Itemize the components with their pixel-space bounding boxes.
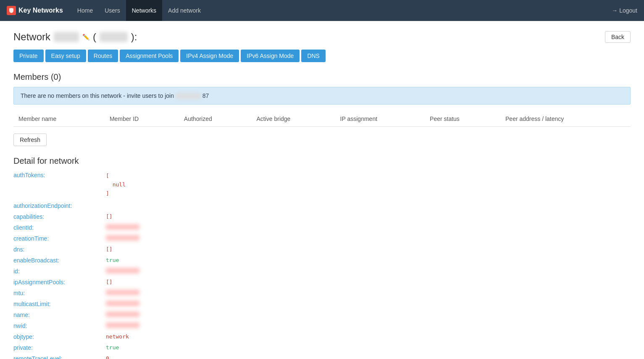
edit-icon[interactable]: ✏️ [82,34,89,40]
nav-links: Home Users Networks Add network [71,0,612,21]
detail-value-authendpoint [106,202,631,209]
page-title-prefix: Network [13,31,50,43]
page-header: Network ✏️ ( ): Back [13,31,631,43]
brand-link[interactable]: Key Networks [7,6,63,15]
nav-networks[interactable]: Networks [126,0,162,21]
detail-value-objtype: network [106,333,631,340]
network-id-blurred [100,32,128,42]
detail-key-private: private: [13,344,106,351]
detail-title: Detail for network [13,156,631,166]
nav-users[interactable]: Users [99,0,126,21]
detail-key-authendpoint: authorizationEndpoint: [13,202,106,209]
col-peer-status: Peer status [425,111,500,127]
table-header-row: Member name Member ID Authorized Active … [13,111,631,127]
col-active-bridge: Active bridge [251,111,335,127]
detail-value-enablebroadcast: true [106,257,631,264]
page-title-suffix: ): [131,31,137,43]
creationtime-blurred [106,235,139,241]
tab-assignment-pools[interactable]: Assignment Pools [120,50,179,62]
col-member-name: Member name [13,111,105,127]
page-title-paren-open: ( [93,31,96,43]
detail-key-name: name: [13,312,106,318]
detail-value-clientid [106,224,631,231]
detail-grid: authTokens: [ null] authorizationEndpoin… [13,172,631,359]
page-title: Network ✏️ ( ): [13,31,137,43]
multicastlimit-blurred [106,301,139,306]
info-banner-text: There are no members on this network - i… [21,92,174,99]
col-peer-address: Peer address / latency [500,111,631,127]
back-button[interactable]: Back [605,31,631,43]
members-table: Member name Member ID Authorized Active … [13,111,631,127]
detail-key-capabilities: capabilities: [13,213,106,220]
table-header: Member name Member ID Authorized Active … [13,111,631,127]
detail-value-private: true [106,344,631,351]
network-name-blurred [54,32,79,42]
col-member-id: Member ID [105,111,179,127]
navbar: Key Networks Home Users Networks Add net… [0,0,644,21]
detail-key-clientid: clientId: [13,224,106,231]
tab-bar: Private Easy setup Routes Assignment Poo… [13,50,631,62]
logout-button[interactable]: → Logout [612,7,637,14]
id-blurred [106,268,139,273]
detail-value-dns: [] [106,246,631,253]
detail-key-nwid: nwid: [13,322,106,329]
nwid-blurred [106,322,139,328]
detail-value-name [106,312,631,318]
brand-label: Key Networks [18,7,63,14]
brand-icon [7,6,16,15]
detail-value-authtokens: [ null] [106,172,631,198]
tab-dns[interactable]: DNS [301,50,326,62]
detail-key-multicastlimit: multicastLimit: [13,301,106,307]
network-invite-suffix: 87 [202,92,209,99]
logout-icon: → [612,7,618,14]
detail-key-mtu: mtu: [13,290,106,296]
tab-ipv6-assign-mode[interactable]: IPv6 Assign Mode [241,50,300,62]
detail-value-nwid [106,322,631,329]
network-invite-id [176,93,201,99]
name-blurred [106,312,139,317]
detail-value-multicastlimit [106,301,631,307]
col-authorized: Authorized [179,111,252,127]
tab-easy-setup[interactable]: Easy setup [45,50,86,62]
detail-key-remotetracelevel: remoteTraceLevel: [13,355,106,359]
logout-label: Logout [619,7,637,14]
nav-add-network[interactable]: Add network [162,0,207,21]
detail-key-creationtime: creationTime: [13,235,106,242]
main-content: Network ✏️ ( ): Back Private Easy setup … [0,21,644,359]
col-ip-assignment: IP assignment [335,111,425,127]
detail-key-objtype: objtype: [13,333,106,340]
detail-value-id [106,268,631,275]
tab-private[interactable]: Private [13,50,44,62]
detail-key-authtokens: authTokens: [13,172,106,198]
detail-value-ipassignmentpools: [] [106,279,631,286]
tab-routes[interactable]: Routes [88,50,118,62]
members-title: Members (0) [13,72,631,82]
clientid-blurred [106,224,139,230]
detail-value-creationtime [106,235,631,242]
detail-value-mtu [106,290,631,296]
nav-home[interactable]: Home [71,0,99,21]
detail-key-ipassignmentpools: ipAssignmentPools: [13,279,106,286]
detail-key-id: id: [13,268,106,275]
mtu-blurred [106,290,139,295]
refresh-button[interactable]: Refresh [13,134,47,146]
detail-value-capabilities: [] [106,213,631,220]
detail-key-enablebroadcast: enableBroadcast: [13,257,106,264]
tab-ipv4-assign-mode[interactable]: IPv4 Assign Mode [180,50,239,62]
detail-key-dns: dns: [13,246,106,253]
members-info-banner: There are no members on this network - i… [13,87,631,105]
detail-value-remotetracelevel: 0 [106,355,631,359]
